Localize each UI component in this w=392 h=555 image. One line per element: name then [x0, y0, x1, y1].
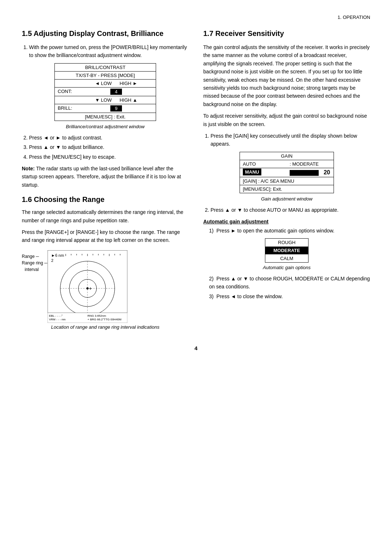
brill-table-subtitle: TX/ST-BY - PRESS [MODE] [55, 72, 156, 80]
gain-table: GAIN AUTO : MODERATE MANU 20 [GAIN] : A/… [240, 152, 334, 194]
step-1-7-1: Press the [GAIN] key consecutively until… [211, 132, 370, 148]
section-1-7-steps: Press the [GAIN] key consecutively until… [211, 132, 370, 148]
cont-low-label: ◄ LOW [95, 81, 112, 86]
gain-footer2-row: [MENU/ESC]: Exit. [240, 185, 334, 193]
brill-table-footer-row: [MENU/ESC] : Exit. [55, 113, 156, 121]
step-1-7-2: Press ▲ or ▼ to choose AUTO or MANU as a… [211, 206, 370, 214]
brill-value: 9 [110, 105, 122, 112]
interval-label: interval [22, 266, 48, 273]
section-1-5-title: 1.5 Adjusting Display Contrast, Brillian… [22, 29, 189, 38]
svg-text:+: + [89, 285, 92, 291]
section-1-6-para2: Press the [RANGE+] or [RANGE-] key to ch… [22, 228, 189, 244]
page: 1. OPERATION 1.5 Adjusting Display Contr… [0, 0, 392, 555]
page-header: 1. OPERATION [22, 15, 370, 20]
gain-table-caption: Gain adjustment window [203, 196, 370, 202]
note-label: Note: [22, 166, 35, 171]
svg-text:EBL - - - -°: EBL - - - -° [49, 314, 63, 317]
gain-auto-value: : MODERATE [287, 160, 334, 168]
cont-label: CONT: [55, 88, 77, 96]
step-1-5-3: Press ▲ or ▼ to adjust brilliance. [29, 143, 189, 151]
range-ring-label: Range ring ─ [22, 260, 48, 266]
brill-label: BRILL: [55, 104, 77, 113]
gain-auto-row: AUTO : MODERATE [240, 160, 334, 168]
brill-table-title: BRILL/CONTRAST [55, 64, 156, 72]
auto-step-2: 2) Press ▲ or ▼ to choose ROUGH, MODERAT… [209, 275, 370, 291]
brill-high-label: HIGH ▲ [119, 97, 137, 103]
range-svg: ►6 nm 2 [48, 250, 127, 323]
section-1-5-steps: With the power turned on, press the [POW… [29, 43, 189, 60]
cont-high-label: HIGH ► [119, 81, 137, 86]
left-column: 1.5 Adjusting Display Contrast, Brillian… [22, 29, 189, 334]
auto-step-3: 3) Press ◄ to close the window. [209, 292, 370, 300]
brill-contrast-caption: Brilliance/contrast adjustment window [22, 124, 189, 129]
auto-gain-steps-2: 2) Press ▲ or ▼ to choose ROUGH, MODERAT… [209, 275, 370, 300]
svg-text:2: 2 [51, 258, 53, 263]
section-1-7-title: 1.7 Receiver Sensitivity [203, 29, 370, 38]
note-text: The radar starts up with the last-used b… [22, 166, 181, 188]
svg-point-19 [86, 287, 89, 289]
auto-gain-options-box: ROUGH MODERATE CALM [265, 238, 309, 263]
right-column: 1.7 Receiver Sensitivity The gain contro… [203, 29, 370, 302]
section-1-7-steps-2: Press ▲ or ▼ to choose AUTO or MANU as a… [211, 206, 370, 214]
range-diagram-caption: Location of range and range ring interva… [22, 324, 189, 330]
section-1-6-para1: The range selected automatically determi… [22, 208, 189, 224]
auto-gain-steps: 1) Press ► to open the automatic gain op… [209, 227, 370, 235]
brill-contrast-table: BRILL/CONTRAST TX/ST-BY - PRESS [MODE] ◄… [54, 63, 156, 121]
brill-table-footer: [MENU/ESC] : Exit. [55, 113, 156, 121]
gain-manu-value: 20 [324, 169, 330, 175]
section-1-6-title: 1.6 Choosing the Range [22, 195, 189, 204]
header-text: 1. OPERATION [338, 15, 370, 20]
brill-low-label: ▼ LOW [95, 97, 112, 103]
range-labels: Range ─ Range ring ─ interval [22, 250, 48, 273]
auto-gain-caption: Automatic gain options [203, 265, 370, 270]
gain-auto-label: AUTO [240, 160, 287, 168]
page-number: 4 [22, 345, 370, 351]
brill-table-brill-row: BRILL: 9 [55, 104, 156, 113]
section-1-7-para2: To adjust receiver sensitivity, adjust t… [203, 112, 370, 128]
section-1-5-steps-2: Press ◄ or ► to adjust contrast. Press ▲… [29, 134, 189, 161]
brill-table-brill-arrow-row: ▼ LOW HIGH ▲ [55, 96, 156, 104]
svg-text:TTG 00H40M: TTG 00H40M [104, 318, 122, 321]
svg-text:VRM - - - nm: VRM - - - nm [49, 318, 66, 321]
cont-value: 4 [110, 89, 122, 95]
gain-footer1: [GAIN] : A/C SEA MENU [240, 177, 334, 185]
brill-table-cont-row: CONT: 4 [55, 88, 156, 96]
gain-manu-row: MANU 20 [240, 168, 334, 178]
step-1-5-4: Press the [MENU/ESC] key to escape. [29, 153, 189, 161]
section-1-5-note: Note: The radar starts up with the last-… [22, 165, 189, 189]
auto-step-1: 1) Press ► to open the automatic gain op… [209, 227, 370, 235]
gain-footer2: [MENU/ESC]: Exit. [240, 185, 334, 193]
gain-manu-bar [290, 170, 319, 176]
brill-label-empty2 [55, 96, 77, 104]
gain-table-title: GAIN [240, 152, 334, 160]
step-1-5-1: With the power turned on, press the [POW… [29, 43, 189, 60]
calm-option: CALM [265, 255, 308, 262]
section-1-7-para1: The gain control adjusts the sensitivity… [203, 43, 370, 108]
step-1-5-2: Press ◄ or ► to adjust contrast. [29, 134, 189, 142]
rough-option: ROUGH [265, 239, 308, 247]
range-circle-area: ►6 nm 2 [48, 250, 127, 323]
columns: 1.5 Adjusting Display Contrast, Brillian… [22, 29, 370, 334]
auto-gain-heading: Automatic gain adjustment [203, 219, 370, 224]
moderate-option: MODERATE [265, 247, 308, 255]
svg-text:►6 nm: ►6 nm [51, 253, 64, 258]
svg-text:+ BRG 66.2°: + BRG 66.2° [87, 318, 104, 321]
brill-cont-label-empty [55, 80, 77, 87]
gain-manu-label: MANU [243, 169, 261, 175]
svg-text:RNG 3.652nm: RNG 3.652nm [87, 314, 106, 317]
brill-table-cont-arrow-row: ◄ LOW HIGH ► [55, 80, 156, 88]
gain-footer1-row: [GAIN] : A/C SEA MENU [240, 177, 334, 185]
range-label: Range ─ [22, 253, 48, 260]
range-diagram: Range ─ Range ring ─ interval ►6 nm 2 [22, 250, 189, 323]
